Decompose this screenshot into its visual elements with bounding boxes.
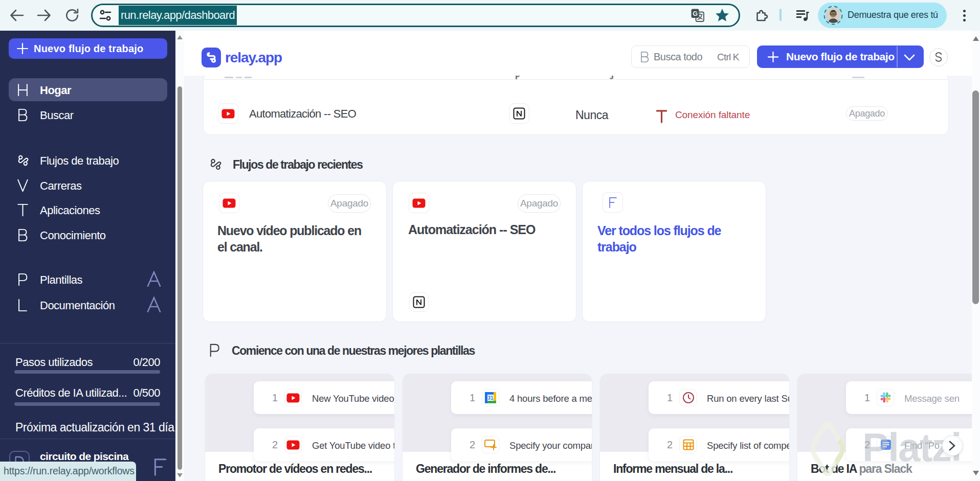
svg-text:G: G	[693, 10, 698, 17]
svg-text:31: 31	[487, 395, 494, 401]
